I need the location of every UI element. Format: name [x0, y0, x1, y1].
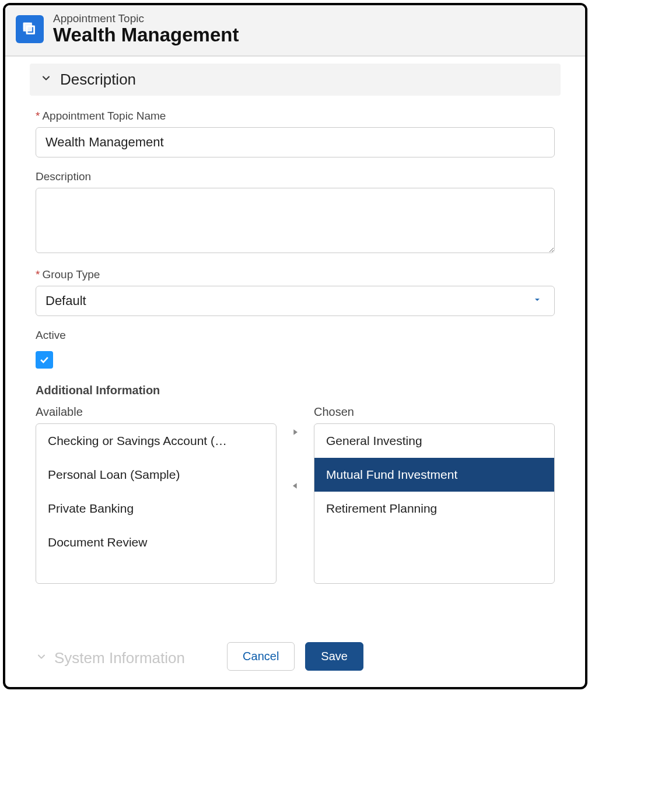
list-item[interactable]: Private Banking: [36, 492, 276, 525]
list-item[interactable]: Retirement Planning: [314, 492, 554, 525]
section-system-info-title: System Information: [54, 649, 185, 667]
list-item[interactable]: Document Review: [36, 525, 276, 559]
chevron-down-icon: [40, 72, 52, 87]
group-type-field-label: *Group Type: [36, 268, 555, 281]
page-header: Appointment Topic Wealth Management: [5, 5, 585, 57]
list-item[interactable]: Personal Loan (Sample): [36, 458, 276, 492]
page-eyebrow: Appointment Topic: [53, 12, 239, 25]
list-item[interactable]: Mutual Fund Investment: [314, 458, 554, 492]
appointment-topic-name-input[interactable]: [36, 127, 555, 157]
list-item[interactable]: General Investing: [314, 424, 554, 458]
appointment-topic-icon: [16, 15, 44, 43]
section-description-toggle[interactable]: Description: [30, 64, 561, 96]
move-right-button[interactable]: [288, 425, 302, 439]
move-left-button[interactable]: [288, 479, 302, 493]
active-checkbox[interactable]: [36, 351, 53, 369]
additional-information-heading: Additional Information: [36, 384, 555, 397]
cancel-button[interactable]: Cancel: [227, 642, 295, 671]
chevron-down-icon: [36, 651, 47, 666]
section-system-info-toggle[interactable]: System Information: [36, 649, 185, 667]
chosen-listbox[interactable]: General InvestingMutual Fund InvestmentR…: [314, 423, 555, 584]
available-listbox[interactable]: Checking or Savings Account (…Personal L…: [36, 423, 276, 584]
required-indicator: *: [36, 268, 40, 281]
chosen-label: Chosen: [314, 405, 555, 419]
page-title: Wealth Management: [53, 24, 239, 46]
list-item[interactable]: Checking or Savings Account (…: [36, 424, 276, 458]
active-field-label: Active: [36, 329, 555, 342]
section-description-title: Description: [60, 71, 136, 89]
required-indicator: *: [36, 110, 40, 122]
description-field-label: Description: [36, 170, 555, 183]
description-textarea[interactable]: [36, 188, 555, 253]
group-type-select[interactable]: Default: [36, 286, 555, 316]
name-field-label: *Appointment Topic Name: [36, 110, 555, 122]
available-label: Available: [36, 405, 276, 419]
save-button[interactable]: Save: [305, 642, 363, 671]
